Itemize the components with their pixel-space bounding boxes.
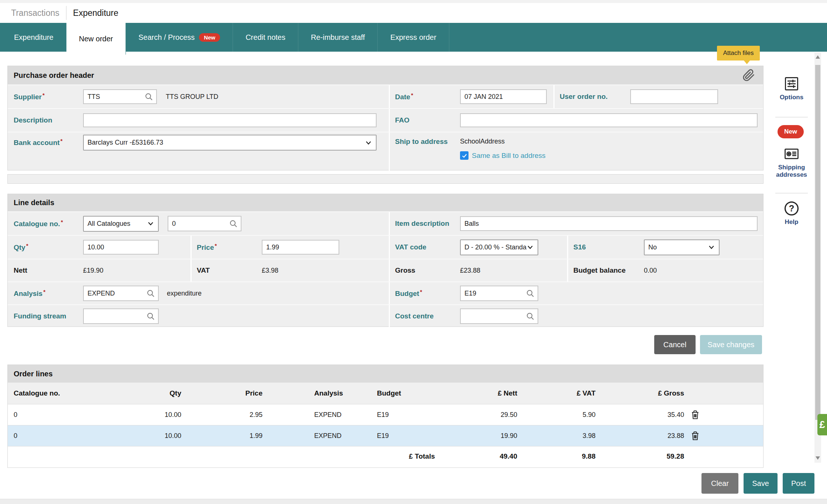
bank-account-select[interactable]: Barclays Curr -£53166.73 [83,135,377,151]
item-description-input[interactable] [460,216,758,231]
scroll-up-arrow[interactable] [816,55,820,59]
price-input[interactable] [262,240,339,255]
funding-stream-input[interactable] [87,313,144,320]
vat-label: VAT [197,266,210,274]
item-description-label: Item description [395,220,449,227]
vat-code-select[interactable]: D - 20.00 % - Standa [460,239,538,255]
chevron-down-icon [708,244,715,251]
qty-input[interactable] [83,240,159,255]
save-button[interactable]: Save [744,473,778,494]
delete-line-icon[interactable] [690,429,701,442]
post-button[interactable]: Post [783,473,814,494]
funding-stream-search-field[interactable] [83,308,159,324]
nett-label: Nett [14,266,27,274]
page-title: Expenditure [73,8,119,18]
supplier-search-field[interactable] [83,89,157,104]
attach-files-paperclip-icon[interactable] [742,69,755,82]
col-nett: £ Nett [449,389,517,397]
cancel-button[interactable]: Cancel [654,335,696,354]
col-analysis: Analysis [262,389,357,397]
description-label: Description [14,116,52,124]
budget-input[interactable] [464,290,524,297]
order-line-row-selected[interactable]: 0 10.00 1.99 EXPEND E19 19.90 3.98 23.88 [8,425,763,446]
col-price: Price [181,389,262,397]
clear-button[interactable]: Clear [701,473,738,494]
tab-bar: Expenditure New order Search / Process N… [0,23,827,52]
order-lines-header-row: Catalogue no. Qty Price Analysis Budget … [8,383,763,404]
purchase-order-header-section: Purchase order header Supplier* TTS GROU… [7,66,763,170]
supplier-label: Supplier [14,93,42,101]
col-gross: £ Gross [596,389,684,397]
supplier-input[interactable] [87,93,142,101]
sidebar-divider [775,193,808,193]
search-icon[interactable] [229,219,238,228]
search-icon[interactable] [526,312,535,321]
qty-label: Qty [14,244,25,252]
user-order-no-input[interactable] [630,89,718,104]
shipping-addresses-button[interactable]: Shipping addresses [770,146,813,178]
tab-reimburse-staff[interactable]: Re-imburse staff [298,23,378,52]
ship-to-address-value: SchoolAddress [460,138,546,145]
budget-search-field[interactable] [460,286,538,301]
help-button[interactable]: ? Help [770,200,813,226]
search-icon[interactable] [146,312,155,321]
delete-line-icon[interactable] [690,408,701,421]
ld-row-catalogue-item: Catalogue no.* All Catalogues Item descr… [8,211,763,235]
search-icon[interactable] [146,289,155,298]
po-row-bank-ship: Bank account* Barclays Curr -£53166.73 S… [8,132,763,171]
ld-row-qty-price-vat-s16: Qty* Price* VAT code D - 20.00 % - Stand… [8,235,763,259]
catalogue-filter-select[interactable]: All Catalogues [83,216,159,232]
shipping-addresses-icon [783,146,800,162]
chevron-down-icon [147,220,154,227]
order-lines-totals-row: £ Totals 49.40 9.88 59.28 [8,446,763,466]
sidebar-divider [775,117,808,117]
analysis-display-name: expenditure [167,290,202,297]
attach-files-tooltip: Attach files [717,46,760,61]
chevron-down-icon [526,244,534,251]
search-icon[interactable] [526,289,535,298]
tab-express-order[interactable]: Express order [378,23,449,52]
help-icon: ? [783,200,800,217]
breadcrumb: Transactions Expenditure [0,3,827,23]
analysis-search-field[interactable] [83,286,159,301]
page-top-strip [0,0,827,3]
scrollbar-thumb[interactable] [815,65,820,420]
tab-expenditure[interactable]: Expenditure [1,23,66,52]
right-sidebar: Options New Shipping addresses ? Help [770,76,813,245]
description-input[interactable] [83,113,377,127]
date-input[interactable] [460,89,547,104]
catalogue-no-input[interactable] [172,220,227,228]
save-changes-button[interactable]: Save changes [700,335,762,354]
line-details-section: Line details Catalogue no.* All Catalogu… [7,194,763,327]
vat-value: £3.98 [262,267,278,275]
analysis-label: Analysis [14,290,42,298]
s16-select[interactable]: No [644,239,720,255]
tab-credit-notes[interactable]: Credit notes [233,23,298,52]
order-lines-section: Order lines Catalogue no. Qty Price Anal… [7,365,763,468]
catalogue-no-search-field[interactable] [168,216,241,231]
fao-input[interactable] [460,113,758,127]
currency-side-tab[interactable]: £ [817,414,827,435]
order-line-row[interactable]: 0 10.00 2.95 EXPEND E19 29.50 5.90 35.40 [8,404,763,425]
tab-search-process[interactable]: Search / Process New [126,23,233,52]
same-as-bill-row: Same as Bill to address [460,151,546,160]
tab-new-order[interactable]: New order [66,23,126,55]
totals-vat: 9.88 [517,452,596,460]
col-vat: £ VAT [517,389,596,397]
col-budget: Budget [357,389,449,397]
vertical-scrollbar[interactable] [814,52,821,463]
options-button[interactable]: Options [770,76,813,101]
order-lines-title: Order lines [8,365,763,383]
search-icon[interactable] [144,92,153,101]
same-as-bill-checkbox[interactable] [460,151,469,160]
scroll-down-arrow[interactable] [816,456,820,460]
supplier-display-name: TTS GROUP LTD [166,93,218,101]
analysis-input[interactable] [87,290,144,297]
budget-balance-label: Budget balance [573,266,625,274]
cost-centre-input[interactable] [464,313,524,320]
col-catalogue-no: Catalogue no. [8,389,148,397]
tooltip-arrow [744,60,750,64]
totals-nett: 49.40 [449,452,517,460]
funding-stream-label: Funding stream [14,312,66,320]
cost-centre-search-field[interactable] [460,308,538,324]
